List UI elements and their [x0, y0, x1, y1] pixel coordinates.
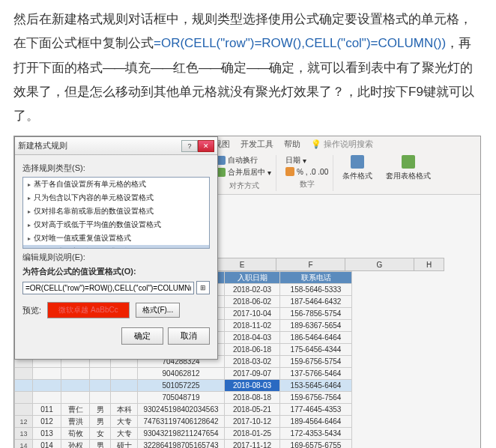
- number-group-label: 数字: [285, 179, 328, 190]
- align-group-label: 对齐方式: [217, 181, 271, 191]
- help-button[interactable]: ?: [181, 140, 198, 152]
- dialog-title: 新建格式规则: [18, 140, 67, 151]
- table-row[interactable]: 011曹仁男本科9302451984020345632018-05-21177-…: [15, 404, 352, 416]
- col-G[interactable]: G: [345, 258, 414, 271]
- range-selector-button[interactable]: ⊞: [196, 281, 210, 294]
- preview-label: 预览:: [22, 305, 41, 316]
- table-format-button[interactable]: 套用表格格式: [386, 155, 431, 181]
- preview-sample: 微软卓越 AaBbCc: [47, 302, 130, 318]
- format-button[interactable]: 格式(F)...: [136, 303, 180, 318]
- rule-option[interactable]: 只为包含以下内容的单元格设置格式: [23, 191, 209, 205]
- merge-button[interactable]: 合并后居中 ▾: [217, 167, 271, 178]
- formula-input[interactable]: [22, 282, 194, 294]
- wrap-button[interactable]: 自动换行: [217, 155, 271, 166]
- dialog-titlebar[interactable]: 新建格式规则 ? ✕: [15, 137, 217, 155]
- table-row[interactable]: 13013荀攸女大专9304321982112476542018-01-2517…: [15, 428, 352, 440]
- instruction-text: 然后在新建格式规则对话框中，规则类型选择使用公式确定要设置格式的单元格，在下面公…: [0, 0, 496, 136]
- rule-option[interactable]: 仅对排名靠前或靠后的数值设置格式: [23, 205, 209, 218]
- currency-icon: [285, 167, 294, 176]
- cancel-button[interactable]: 取消: [168, 327, 210, 345]
- excel-workspace: 视图 开发工具 帮助 💡 操作说明搜索 自动换行 合并后居中 ▾ 对齐方式 日期…: [13, 136, 481, 448]
- tab-help[interactable]: 帮助: [284, 139, 300, 150]
- ok-button[interactable]: 确定: [121, 327, 163, 345]
- number-format[interactable]: 日期 ▾: [285, 155, 328, 166]
- rule-option[interactable]: 使用公式确定要设置格式的单元格: [23, 245, 209, 249]
- rule-type-label: 选择规则类型(S):: [22, 163, 210, 174]
- col-F[interactable]: F: [276, 258, 345, 271]
- edit-desc-label: 编辑规则说明(E):: [22, 252, 210, 263]
- rule-option[interactable]: 基于各自值设置所有单元格的格式: [23, 178, 209, 191]
- table-row[interactable]: 5010572252018-08-03153-5645-6464: [15, 380, 352, 392]
- ribbon: 视图 开发工具 帮助 💡 操作说明搜索 自动换行 合并后居中 ▾ 对齐方式 日期…: [208, 136, 480, 195]
- rule-type-list[interactable]: 基于各自值设置所有单元格的格式只为包含以下内容的单元格设置格式仅对排名靠前或靠后…: [22, 177, 210, 249]
- table-row[interactable]: 9040628122017-09-07137-5766-5464: [15, 368, 352, 380]
- currency-buttons[interactable]: % , .0 .00: [285, 167, 328, 176]
- tab-dev[interactable]: 开发工具: [241, 139, 273, 150]
- cond-label: 为符合此公式的值设置格式(O):: [22, 266, 210, 277]
- column-headers: E F G H: [208, 258, 444, 271]
- rule-option[interactable]: 仅对唯一值或重复值设置格式: [23, 231, 209, 245]
- cond-format-icon: [351, 155, 364, 169]
- close-button[interactable]: ✕: [198, 140, 214, 152]
- table-format-icon: [402, 155, 415, 169]
- conditional-format-button[interactable]: 条件格式: [342, 155, 372, 181]
- search-hint[interactable]: 💡 操作说明搜索: [311, 139, 373, 150]
- col-H[interactable]: H: [414, 258, 444, 271]
- table-row[interactable]: 14014孙权男硕士3228641987051657432017-11-1216…: [15, 440, 352, 448]
- ribbon-tabs: 视图 开发工具 帮助 💡 操作说明搜索: [208, 136, 480, 152]
- table-row[interactable]: 12012曹洪男大专7476311974061286422017-10-1218…: [15, 416, 352, 428]
- new-format-rule-dialog: 新建格式规则 ? ✕ 选择规则类型(S): 基于各自值设置所有单元格的格式只为包…: [14, 136, 218, 360]
- table-row[interactable]: 7050487192018-08-18159-6756-7564: [15, 392, 352, 404]
- rule-option[interactable]: 仅对高于或低于平均值的数值设置格式: [23, 218, 209, 231]
